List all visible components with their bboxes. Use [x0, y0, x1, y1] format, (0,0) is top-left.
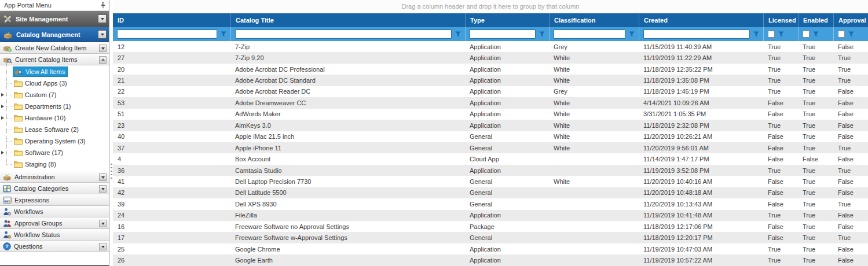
table-row[interactable]: 41Dell Laptop Precision 7730GeneralWhite… [113, 176, 868, 187]
table-row[interactable]: 36Camtasia StudioApplication11/19/2019 3… [113, 165, 868, 176]
table-row[interactable]: 4Box AccountCloud App11/14/2019 1:47:17 … [113, 153, 868, 164]
table-row[interactable]: 51AdWords MakerApplicationWhite3/31/2021… [113, 109, 868, 120]
tree-item-hardware-10[interactable]: Hardware (10) [0, 112, 109, 124]
table-row[interactable]: 25Google ChromeApplication11/19/2019 10:… [113, 243, 868, 254]
splitter-grip[interactable] [111, 164, 112, 179]
table-row[interactable]: 21Adobe Acrobat DC StandardApplicationWh… [113, 75, 868, 86]
column-header-id[interactable]: ID [113, 13, 230, 27]
sidebar-item-expressions[interactable]: Expressions [0, 194, 109, 206]
tree-item-operating-system-3[interactable]: Operating System (3) [0, 135, 109, 147]
sidebar-item-approval-groups[interactable]: Approval Groups [0, 217, 109, 229]
table-row[interactable]: 42Dell Latitude 5500General11/20/2019 10… [113, 187, 868, 198]
table-row[interactable]: 127-ZipApplicationGrey11/15/2019 11:40:3… [113, 41, 868, 52]
expand-arrow-icon[interactable] [1, 105, 6, 108]
table-row[interactable]: 23AimKeys 3.0ApplicationWhite11/18/2019 … [113, 120, 868, 131]
licensed-filter-checkbox[interactable] [768, 31, 775, 38]
sidebar-item-create-new-catalog-item[interactable]: Create New Catalog Item [0, 42, 109, 54]
tree-item-custom-7[interactable]: Custom (7) [0, 89, 109, 101]
classification-filter-button[interactable] [629, 31, 635, 37]
cell-created: 11/18/2019 12:35:22 PM [639, 66, 763, 73]
id-filter-button[interactable] [221, 31, 226, 37]
cell-catalog-title: Google Chrome [230, 246, 465, 253]
tree-item-staging-8[interactable]: Staging (8) [0, 158, 109, 170]
cell-classification: White [549, 122, 639, 129]
package-search-icon [3, 56, 12, 64]
table-row[interactable]: 39Dell XPS 8930General11/20/2019 10:13:4… [113, 198, 868, 209]
catalog-categories-dropdown-button[interactable] [99, 185, 107, 193]
cell-id: 17 [113, 234, 230, 241]
cell-approval: False [833, 246, 868, 253]
tree-item-cloud-apps-3[interactable]: Cloud Apps (3) [0, 77, 109, 89]
table-row[interactable]: 20Adobe Acrobat DC ProfessionalApplicati… [113, 64, 868, 75]
catalog-title-filter-input[interactable] [235, 29, 452, 39]
filter-cell-enabled [798, 27, 833, 41]
enabled-filter-checkbox[interactable] [803, 31, 810, 38]
cell-licensed: True [763, 43, 798, 50]
cell-enabled: True [798, 212, 833, 219]
group-by-drop-zone[interactable]: Drag a column header and drop it here to… [113, 0, 868, 13]
approval-groups-dropdown-button[interactable] [99, 220, 107, 227]
table-row[interactable]: 16Freeware Software no Approval Settings… [113, 221, 868, 232]
current-catalog-items-dropdown-button[interactable] [99, 56, 107, 64]
licensed-filter-button[interactable] [778, 31, 784, 37]
table-row[interactable]: 277-Zip 9.20ApplicationWhite11/19/2019 1… [113, 52, 868, 63]
table-row[interactable]: 37Apple iPhone 11GeneralWhite11/20/2019 … [113, 142, 868, 153]
tree-item-departments-1[interactable]: Departments (1) [0, 101, 109, 112]
filter-cell-id [113, 27, 230, 41]
created-filter-input[interactable] [643, 29, 750, 39]
column-header-licensed[interactable]: Licensed [763, 13, 798, 27]
table-row[interactable]: 17Freeware Software w-Approval SettingsG… [113, 232, 868, 243]
pin-icon[interactable] [100, 2, 106, 9]
site-management-dropdown-button[interactable] [98, 14, 107, 23]
column-header-catalog-title[interactable]: Catalog Title [230, 13, 465, 27]
expand-arrow-icon[interactable] [1, 93, 6, 97]
type-filter-button[interactable] [539, 31, 545, 37]
chevron-down-icon [101, 223, 105, 227]
catalog-title-filter-button[interactable] [455, 31, 461, 37]
cell-catalog-title: Apple iMac 21.5 inch [230, 133, 465, 140]
column-header-approval[interactable]: Approval [833, 13, 868, 27]
tree-item-lease-software-2[interactable]: Lease Software (2) [0, 124, 109, 135]
type-filter-input[interactable] [470, 29, 536, 39]
sidebar-item-current-catalog-items[interactable]: Current Catalog Items [0, 54, 109, 65]
sidebar-item-workflows[interactable]: Workflows [0, 206, 109, 217]
tree-item-software-17[interactable]: Software (17) [0, 147, 109, 158]
cell-catalog-title: Adobe Acrobat DC Standard [230, 77, 465, 84]
sidebar-item-workflow-status[interactable]: Workflow Status [0, 229, 109, 241]
sidebar-item-administration[interactable]: Administration [0, 171, 109, 183]
workflow-icon [3, 208, 11, 216]
sidebar-item-catalog-categories[interactable]: Catalog Categories [0, 183, 109, 194]
table-row[interactable]: 40Apple iMac 21.5 inchGeneralWhite11/20/… [113, 131, 868, 142]
create-new-catalog-item-dropdown-button[interactable] [99, 45, 107, 52]
cell-enabled: True [798, 223, 833, 230]
sidebar-item-questions[interactable]: ?Questions [0, 241, 109, 252]
questions-dropdown-button[interactable] [99, 243, 107, 250]
sidebar-group-site-management[interactable]: Site Management [0, 11, 109, 27]
administration-dropdown-button[interactable] [99, 173, 107, 181]
id-filter-input[interactable] [117, 29, 217, 39]
cell-catalog-title: Freeware Software w-Approval Settings [230, 234, 465, 241]
column-header-created[interactable]: Created [639, 13, 763, 27]
table-row[interactable]: 53Adobe Dreamweaver CCApplicationWhite4/… [113, 97, 868, 108]
approval-filter-checkbox[interactable] [838, 31, 845, 38]
column-header-classification[interactable]: Classification [549, 13, 639, 27]
catalog-management-dropdown-button[interactable] [98, 30, 107, 39]
table-row[interactable]: 24FileZillaApplication11/19/2019 10:41:4… [113, 210, 868, 221]
sidebar-splitter[interactable] [109, 0, 113, 266]
enabled-filter-button[interactable] [813, 31, 819, 37]
cell-type: Application [465, 246, 549, 253]
cell-id: 37 [113, 145, 230, 152]
classification-filter-input[interactable] [554, 29, 625, 39]
sidebar-group-catalog-management[interactable]: Catalog Management [0, 27, 109, 42]
table-row[interactable]: 26Google EarthApplication11/19/2019 10:5… [113, 254, 868, 265]
tree-item-content: Custom (7) [13, 91, 58, 99]
expand-arrow-icon[interactable] [1, 116, 6, 120]
expand-arrow-icon[interactable] [1, 151, 6, 154]
column-header-type[interactable]: Type [465, 13, 549, 27]
approval-filter-button[interactable] [848, 31, 854, 37]
folder-icon [14, 161, 23, 168]
created-filter-button[interactable] [753, 31, 759, 37]
table-row[interactable]: 22Adobe Acrobat Reader DCApplicationGrey… [113, 86, 868, 97]
tree-item-view-all-items[interactable]: View All Items [0, 66, 109, 77]
column-header-enabled[interactable]: Enabled [798, 13, 833, 27]
